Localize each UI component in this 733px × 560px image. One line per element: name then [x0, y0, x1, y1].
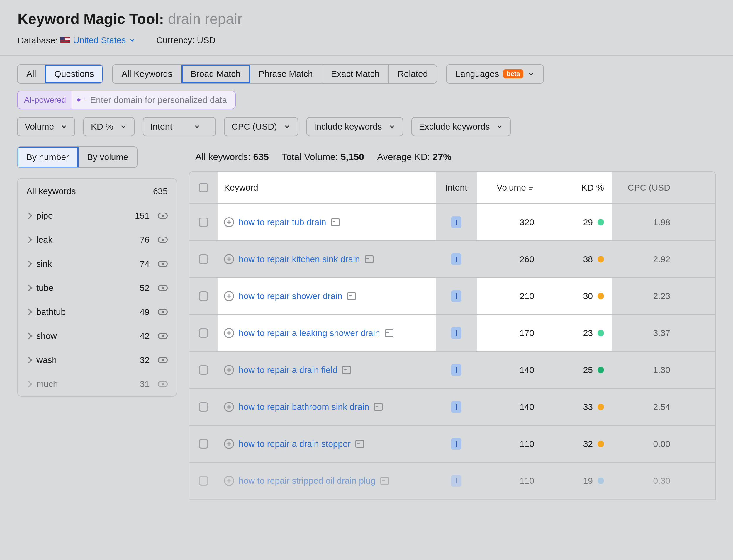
row-checkbox[interactable] [199, 328, 208, 338]
intent-badge[interactable]: I [451, 475, 461, 487]
col-kd[interactable]: KD % [544, 172, 612, 203]
row-intent-cell: I [436, 426, 477, 462]
flag-icon [60, 37, 70, 43]
intent-badge[interactable]: I [451, 290, 461, 302]
filter-row: Volume KD % Intent CPC (USD) Include key… [17, 117, 716, 136]
row-kd-cell: 33 [544, 389, 612, 425]
beta-badge: beta [503, 69, 523, 78]
add-icon[interactable] [224, 439, 234, 449]
eye-icon[interactable] [158, 261, 168, 267]
row-intent-cell: I [436, 204, 477, 240]
add-icon[interactable] [224, 328, 234, 338]
tab-broad-match[interactable]: Broad Match [182, 65, 250, 83]
select-all-checkbox[interactable] [199, 183, 208, 192]
keyword-link[interactable]: how to repair a drain stopper [239, 439, 351, 449]
tab-exact-match[interactable]: Exact Match [322, 65, 389, 83]
chevron-right-icon [26, 285, 32, 291]
sidebar-item-sink[interactable]: sink74 [18, 252, 177, 276]
sidebar-item-show[interactable]: show42 [18, 324, 177, 348]
eye-icon[interactable] [158, 309, 168, 315]
row-intent-cell: I [436, 278, 477, 314]
keyword-link[interactable]: how to repair tub drain [239, 217, 326, 227]
intent-badge[interactable]: I [451, 364, 461, 376]
keyword-link[interactable]: how to repair stripped oil drain plug [239, 476, 376, 486]
col-volume[interactable]: Volume [477, 172, 544, 203]
sidebar-item-count: 76 [140, 235, 150, 245]
tab-related[interactable]: Related [389, 65, 437, 83]
sidebar-tab-by-number[interactable]: By number [18, 147, 78, 167]
filter-exclude-keywords[interactable]: Exclude keywords [411, 117, 511, 136]
intent-badge[interactable]: I [451, 253, 461, 265]
filter-volume[interactable]: Volume [17, 117, 75, 136]
serp-icon[interactable] [342, 366, 351, 374]
serp-icon[interactable] [365, 255, 374, 263]
serp-icon[interactable] [374, 403, 383, 411]
eye-icon[interactable] [158, 285, 168, 291]
row-checkbox[interactable] [199, 439, 208, 449]
sidebar-item-count: 74 [140, 259, 150, 269]
intent-badge[interactable]: I [451, 438, 461, 450]
sidebar-item-much[interactable]: much31 [18, 372, 177, 396]
tab-all-keywords[interactable]: All Keywords [113, 65, 181, 83]
summary-all-keywords: All keywords: 635 [195, 152, 269, 162]
filter-include-keywords[interactable]: Include keywords [306, 117, 403, 136]
tab-all[interactable]: All [18, 65, 45, 83]
serp-icon[interactable] [347, 292, 356, 300]
eye-icon[interactable] [158, 237, 168, 243]
eye-icon[interactable] [158, 357, 168, 363]
add-icon[interactable] [224, 217, 234, 227]
eye-icon[interactable] [158, 213, 168, 219]
intent-badge[interactable]: I [451, 216, 461, 228]
row-checkbox[interactable] [199, 254, 208, 264]
add-icon[interactable] [224, 291, 234, 301]
serp-icon[interactable] [355, 440, 364, 448]
row-checkbox[interactable] [199, 218, 208, 227]
col-cpc[interactable]: CPC (USD [612, 172, 670, 203]
row-keyword-cell: how to repair bathroom sink drain [218, 389, 436, 425]
sidebar-item-label: bathtub [36, 307, 66, 317]
eye-icon[interactable] [158, 381, 168, 387]
row-checkbox[interactable] [199, 402, 208, 412]
filter-intent[interactable]: Intent [143, 117, 216, 136]
keyword-link[interactable]: how to repair a drain field [239, 365, 337, 375]
intent-badge[interactable]: I [451, 327, 461, 339]
add-icon[interactable] [224, 365, 234, 375]
languages-dropdown[interactable]: Languages beta [446, 64, 544, 84]
sidebar-header[interactable]: All keywords 635 [18, 179, 177, 204]
row-cpc-cell: 0.30 [612, 463, 670, 499]
add-icon[interactable] [224, 254, 234, 264]
row-checkbox[interactable] [199, 476, 208, 486]
row-intent-cell: I [436, 389, 477, 425]
filter-cpc[interactable]: CPC (USD) [224, 117, 298, 136]
serp-icon[interactable] [331, 218, 340, 226]
sidebar-item-pipe[interactable]: pipe151 [18, 204, 177, 228]
ai-domain-input[interactable]: ✦⁺ Enter domain for personalized data [71, 91, 235, 109]
serp-icon[interactable] [380, 477, 389, 485]
add-icon[interactable] [224, 476, 234, 486]
sidebar-item-bathtub[interactable]: bathtub49 [18, 300, 177, 324]
sidebar-item-wash[interactable]: wash32 [18, 348, 177, 372]
col-keyword[interactable]: Keyword [218, 172, 436, 203]
sidebar-item-tube[interactable]: tube52 [18, 276, 177, 300]
database-selector[interactable]: United States [60, 35, 136, 45]
col-intent[interactable]: Intent [436, 172, 477, 203]
row-check-cell [189, 389, 218, 425]
keyword-link[interactable]: how to repair kitchen sink drain [239, 254, 360, 264]
filter-kd[interactable]: KD % [83, 117, 135, 136]
intent-badge[interactable]: I [451, 401, 461, 413]
sidebar-item-label: leak [36, 235, 52, 245]
keyword-link[interactable]: how to repair bathroom sink drain [239, 402, 369, 412]
serp-icon[interactable] [385, 329, 393, 337]
sidebar: By number By volume All keywords 635 pip… [17, 146, 177, 397]
row-checkbox[interactable] [199, 291, 208, 301]
row-checkbox[interactable] [199, 365, 208, 375]
keyword-link[interactable]: how to repair a leaking shower drain [239, 328, 380, 338]
sidebar-item-leak[interactable]: leak76 [18, 228, 177, 252]
tab-phrase-match[interactable]: Phrase Match [250, 65, 322, 83]
sidebar-tab-by-volume[interactable]: By volume [78, 147, 137, 167]
sort-icon [529, 186, 534, 190]
tab-questions[interactable]: Questions [45, 65, 103, 83]
keyword-link[interactable]: how to repair shower drain [239, 291, 342, 301]
eye-icon[interactable] [158, 333, 168, 339]
add-icon[interactable] [224, 402, 234, 412]
